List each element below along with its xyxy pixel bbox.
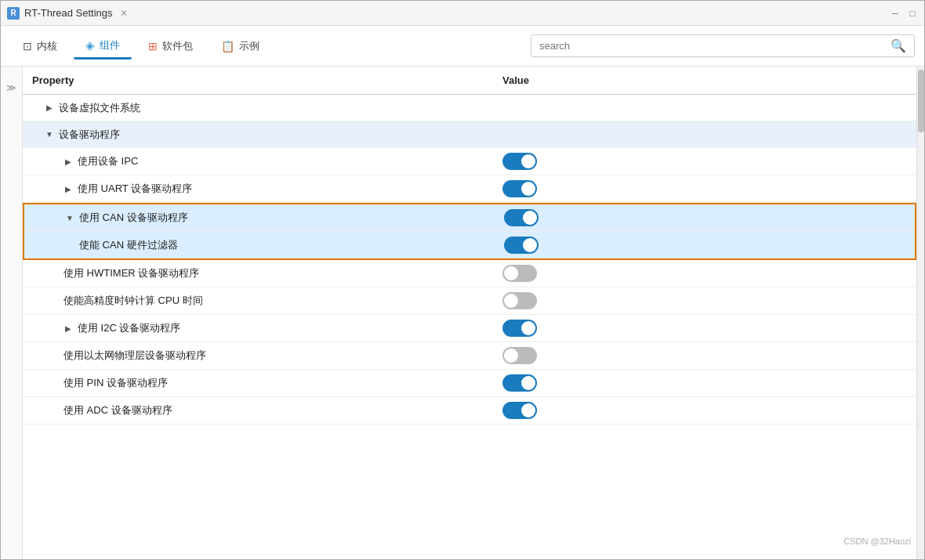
table-row: ▶ 使用 I2C 设备驱动程序 — [23, 315, 916, 342]
expand-icon-vfs[interactable]: ▶ — [45, 103, 54, 112]
row-label-adc: 使用 ADC 设备驱动程序 — [63, 403, 172, 417]
expand-icon-uart[interactable]: ▶ — [63, 185, 73, 193]
row-value-uart — [493, 175, 916, 202]
row-label-driver: 设备驱动程序 — [59, 128, 120, 142]
header-value: Value — [493, 71, 916, 89]
title-bar-right: ─ □ — [890, 8, 918, 19]
table-row: 使用 PIN 设备驱动程序 — [23, 370, 916, 397]
row-value-vfs — [493, 103, 916, 113]
tab-component[interactable]: ◈ 组件 — [73, 32, 132, 60]
row-label-pin: 使用 PIN 设备驱动程序 — [63, 376, 168, 390]
row-value-pin — [493, 370, 916, 396]
toggle-ipc[interactable] — [502, 153, 537, 170]
row-label-hwtimer: 使用 HWTIMER 设备驱动程序 — [63, 266, 199, 280]
row-label-ipc: 使用设备 IPC — [78, 154, 138, 168]
close-tab-icon[interactable]: ✕ — [117, 8, 131, 19]
window-title: RT-Thread Settings — [24, 7, 112, 19]
row-label-eth: 使用以太网物理层设备驱动程序 — [63, 349, 206, 363]
toggle-pin[interactable] — [502, 374, 537, 392]
row-property-can: ▼ 使用 CAN 设备驱动程序 — [24, 206, 495, 229]
table-row: 使能高精度时钟计算 CPU 时间 — [23, 287, 916, 315]
kernel-icon: ⊡ — [23, 40, 32, 52]
content-area: ≫ Property Value ▶ 设备虚拟文件系统 ▼ 设备驱动 — [1, 67, 924, 559]
main-table: Property Value ▶ 设备虚拟文件系统 ▼ 设备驱动程序 — [23, 67, 916, 559]
row-property-hrcpu: 使能高精度时钟计算 CPU 时间 — [23, 289, 493, 313]
row-value-can-filter — [495, 232, 915, 258]
toggle-thumb-eth — [504, 349, 518, 363]
header-property: Property — [23, 71, 493, 89]
scrollbar-track[interactable] — [916, 67, 924, 559]
table-row: 使能 CAN 硬件过滤器 — [24, 232, 915, 258]
maximize-button[interactable]: □ — [907, 8, 918, 19]
toggle-hwtimer[interactable] — [502, 265, 537, 282]
row-label-hrcpu: 使能高精度时钟计算 CPU 时间 — [63, 294, 203, 308]
toggle-thumb-uart — [521, 182, 535, 196]
toggle-thumb-can — [523, 211, 537, 225]
toggle-uart[interactable] — [502, 180, 537, 197]
table-row: ▼ 设备驱动程序 — [23, 121, 916, 148]
expand-icon-i2c[interactable]: ▶ — [63, 324, 73, 333]
search-area: 🔍 — [531, 34, 915, 57]
minimize-button[interactable]: ─ — [890, 8, 901, 19]
toggle-can-filter[interactable] — [504, 237, 539, 254]
toggle-thumb-pin — [521, 376, 535, 390]
expand-icon-ipc[interactable]: ▶ — [63, 157, 73, 166]
search-icon: 🔍 — [891, 38, 906, 53]
toggle-thumb-i2c — [521, 321, 535, 335]
tab-kernel[interactable]: ⊡ 内核 — [10, 33, 70, 60]
title-bar-left: R RT-Thread Settings ✕ — [7, 7, 131, 20]
table-row: 使用 HWTIMER 设备驱动程序 — [23, 260, 916, 287]
toggle-thumb-hrcpu — [504, 294, 518, 308]
row-property-eth: 使用以太网物理层设备驱动程序 — [23, 344, 493, 367]
row-value-eth — [493, 342, 916, 369]
row-property-adc: 使用 ADC 设备驱动程序 — [23, 399, 493, 422]
row-property-can-filter: 使能 CAN 硬件过滤器 — [24, 233, 495, 257]
toggle-can[interactable] — [504, 209, 539, 226]
toggle-thumb-can-filter — [523, 238, 537, 252]
tab-package[interactable]: ⊞ 软件包 — [136, 33, 205, 60]
title-bar: R RT-Thread Settings ✕ ─ □ — [1, 1, 924, 26]
row-label-can-filter: 使能 CAN 硬件过滤器 — [79, 238, 178, 252]
row-value-driver — [493, 130, 916, 139]
main-window: R RT-Thread Settings ✕ ─ □ ⊡ 内核 ◈ 组件 ⊞ 软… — [0, 0, 925, 560]
row-value-ipc — [493, 148, 916, 175]
row-value-hwtimer — [493, 260, 916, 287]
tab-package-label: 软件包 — [162, 39, 193, 53]
table-row: 使用以太网物理层设备驱动程序 — [23, 342, 916, 370]
search-input[interactable] — [539, 40, 891, 52]
row-property-pin: 使用 PIN 设备驱动程序 — [23, 371, 493, 395]
table-header: Property Value — [23, 67, 916, 95]
table-row: ▶ 使用 UART 设备驱动程序 — [23, 175, 916, 203]
toggle-hrcpu[interactable] — [502, 292, 537, 309]
tab-example[interactable]: 📋 示例 — [209, 33, 272, 60]
row-label-vfs: 设备虚拟文件系统 — [59, 101, 140, 115]
toolbar: ⊡ 内核 ◈ 组件 ⊞ 软件包 📋 示例 🔍 — [1, 26, 924, 67]
table-row: 使用 ADC 设备驱动程序 — [23, 397, 916, 425]
tab-kernel-label: 内核 — [37, 39, 57, 53]
row-property-ipc: ▶ 使用设备 IPC — [23, 150, 493, 173]
row-property-i2c: ▶ 使用 I2C 设备驱动程序 — [23, 316, 493, 340]
toggle-thumb-ipc — [521, 154, 535, 168]
row-value-hrcpu — [493, 287, 916, 314]
tab-example-label: 示例 — [239, 39, 259, 53]
expand-icon-driver[interactable]: ▼ — [45, 130, 54, 139]
tab-bar: ⊡ 内核 ◈ 组件 ⊞ 软件包 📋 示例 — [10, 32, 272, 60]
watermark: CSDN @32Haozi — [843, 537, 911, 546]
row-label-uart: 使用 UART 设备驱动程序 — [78, 182, 192, 196]
expand-icon-can[interactable]: ▼ — [65, 214, 74, 222]
row-property-vfs: ▶ 设备虚拟文件系统 — [23, 96, 493, 120]
scrollbar-thumb[interactable] — [918, 70, 924, 132]
example-icon: 📋 — [221, 40, 234, 52]
toggle-i2c[interactable] — [502, 320, 537, 337]
row-value-i2c — [493, 315, 916, 341]
row-property-driver: ▼ 设备驱动程序 — [23, 123, 493, 146]
table-row: ▶ 使用设备 IPC — [23, 148, 916, 175]
toggle-adc[interactable] — [502, 402, 537, 419]
tab-component-label: 组件 — [100, 38, 120, 52]
gutter-collapse-icon[interactable]: ≫ — [6, 82, 16, 93]
toggle-eth[interactable] — [502, 347, 537, 364]
row-property-uart: ▶ 使用 UART 设备驱动程序 — [23, 177, 493, 201]
row-label-i2c: 使用 I2C 设备驱动程序 — [78, 321, 180, 335]
row-value-adc — [493, 397, 916, 424]
row-label-can: 使用 CAN 设备驱动程序 — [79, 211, 188, 225]
